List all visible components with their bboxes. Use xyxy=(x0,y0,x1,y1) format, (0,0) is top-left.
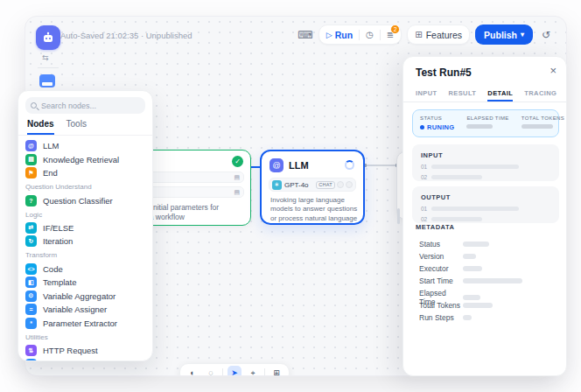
tab-input[interactable]: INPUT xyxy=(416,86,438,102)
model-name: GPT-4o xyxy=(284,181,316,189)
robot-icon xyxy=(41,31,55,45)
search-icon xyxy=(31,102,37,108)
node-item-variable-assigner[interactable]: =Variable Assigner xyxy=(25,303,145,317)
status-label: STATUS xyxy=(420,116,454,121)
meta-skeleton xyxy=(463,295,480,300)
total-tokens-label: TOTAL TOKENS xyxy=(522,116,564,121)
template-icon: ◧ xyxy=(25,276,37,288)
app-logo[interactable] xyxy=(36,25,60,50)
node-item-end[interactable]: ⚑End xyxy=(25,166,145,180)
node-item-parameter-extractor[interactable]: *Parameter Extractor xyxy=(25,317,145,331)
publish-button[interactable]: Publish ▾ xyxy=(475,24,533,45)
run-button[interactable]: Run xyxy=(335,30,353,40)
running-spinner-icon xyxy=(345,160,354,170)
checklist-icon[interactable]: ≣2 xyxy=(387,30,394,39)
metadata-row: Run Steps xyxy=(419,313,559,322)
success-check-icon: ✓ xyxy=(232,156,243,167)
http-request-icon: ⇅ xyxy=(25,345,37,356)
search-input[interactable] xyxy=(41,102,140,110)
preview-card-icon[interactable] xyxy=(39,74,55,88)
knowledge-icon: ▤ xyxy=(25,154,37,165)
meta-skeleton xyxy=(463,254,476,259)
control-mode-icon[interactable]: ◐ xyxy=(186,366,200,376)
metadata-row: Status xyxy=(419,240,559,248)
parameter-extractor-icon: * xyxy=(25,318,37,329)
output-label: OUTPUT xyxy=(412,186,559,201)
run-panel-title: Test Run#5 xyxy=(416,66,472,79)
metadata-row: Version xyxy=(419,252,559,261)
status-value: RUNING xyxy=(427,123,454,131)
end-icon: ⚑ xyxy=(25,167,37,178)
metadata-label: METADATA xyxy=(416,223,454,231)
test-run-panel: Test Run#5 × INPUT RESULT DETAIL TRACING… xyxy=(402,56,567,376)
output-skeleton xyxy=(431,217,482,221)
model-capability-icon xyxy=(346,181,353,188)
llm-icon: @ xyxy=(270,158,284,172)
hand-tool-icon[interactable]: ⌖ xyxy=(246,366,260,376)
tab-nodes[interactable]: Nodes xyxy=(27,119,54,135)
search-box[interactable] xyxy=(25,97,145,114)
sidebar-divider xyxy=(38,67,59,68)
llm-node[interactable]: @ LLM ∗ GPT-4o CHAT Invoking large langu… xyxy=(260,150,365,225)
input-skeleton xyxy=(431,175,482,179)
panel-resize-handle[interactable] xyxy=(397,208,400,224)
elapsed-time-label: ELAPSED TIME xyxy=(466,116,508,121)
run-group: ▷ Run ◷ ≣2 xyxy=(318,24,402,45)
node-item-llm[interactable]: @LLM xyxy=(25,139,145,153)
chat-mode-badge: CHAT xyxy=(316,181,335,189)
meta-skeleton xyxy=(463,303,493,308)
output-card: OUTPUT 01 02 xyxy=(412,186,559,223)
variable-assigner-icon: = xyxy=(25,304,37,315)
metadata-row: Total Tokens xyxy=(419,301,559,310)
section-question-understand: Question Understand xyxy=(25,180,145,194)
play-icon: ▷ xyxy=(326,31,332,39)
model-selector[interactable]: ∗ GPT-4o CHAT xyxy=(269,178,356,192)
tab-detail[interactable]: DETAIL xyxy=(487,86,513,102)
node-list: @LLM ▤Knowledge Retrieval ⚑End Question … xyxy=(18,136,152,361)
node-item-if-else[interactable]: ⇄IF/ELSE xyxy=(25,221,145,235)
llm-node-title: LLM xyxy=(289,160,309,171)
meta-skeleton xyxy=(463,266,482,271)
node-item-template[interactable]: ◧Template xyxy=(25,276,145,290)
node-search-panel: Nodes Tools @LLM ▤Knowledge Retrieval ⚑E… xyxy=(18,90,153,361)
field-icon: ▤ xyxy=(234,174,240,181)
llm-icon: @ xyxy=(25,140,37,151)
meta-skeleton xyxy=(463,278,522,284)
edge-llm-to-end xyxy=(365,164,397,166)
gpt-icon: ∗ xyxy=(272,180,282,190)
tab-tracing[interactable]: TRACING xyxy=(524,86,556,102)
tokens-skeleton xyxy=(522,124,553,129)
shortcuts-icon[interactable]: ⌨ xyxy=(298,27,313,43)
tab-tools[interactable]: Tools xyxy=(66,119,87,135)
organize-nodes-icon[interactable]: ⊞ xyxy=(270,366,284,376)
stopwatch-icon[interactable]: ◷ xyxy=(366,30,374,39)
metadata-row: Start Time xyxy=(419,276,559,285)
code-icon: <> xyxy=(25,263,37,275)
node-item-variable-aggregator[interactable]: ⊙Variable Aggregator xyxy=(25,290,145,304)
node-item-list-operator[interactable]: ≣List Operator xyxy=(25,358,145,362)
section-utilities: Utilities xyxy=(25,330,145,344)
features-button[interactable]: ⊞ Features xyxy=(407,24,470,45)
meta-skeleton xyxy=(463,242,489,247)
input-skeleton xyxy=(431,164,519,169)
field-icon: ▤ xyxy=(234,189,240,196)
metadata-row: Executor xyxy=(419,264,559,273)
output-skeleton xyxy=(431,206,519,211)
node-item-iteration[interactable]: ↻Iteration xyxy=(25,234,145,248)
pointer-tool-icon[interactable]: ➤ xyxy=(228,366,242,376)
history-icon[interactable]: ↺ xyxy=(538,27,554,43)
close-icon[interactable]: × xyxy=(550,64,556,77)
node-item-question-classifier[interactable]: ?Question Classifier xyxy=(25,193,145,207)
autosave-status: Auto-Saved 21:02:35 · Unpublished xyxy=(60,31,192,40)
node-item-http-request[interactable]: ⇅HTTP Request xyxy=(25,344,145,358)
lasso-select-icon[interactable]: ◌ xyxy=(204,366,218,376)
list-operator-icon: ≣ xyxy=(25,359,37,361)
switch-app-icon[interactable]: ⇆ xyxy=(42,53,49,62)
node-item-code[interactable]: <>Code xyxy=(25,262,145,276)
tab-result[interactable]: RESULT xyxy=(449,86,477,102)
input-card: INPUT 01 02 xyxy=(412,144,559,181)
question-classifier-icon: ? xyxy=(25,195,37,206)
section-logic: Logic xyxy=(25,207,145,221)
node-item-knowledge-retrieval[interactable]: ▤Knowledge Retrieval xyxy=(25,153,145,167)
status-card: STATUS RUNING ELAPSED TIME TOTAL TOKENS xyxy=(412,109,559,137)
